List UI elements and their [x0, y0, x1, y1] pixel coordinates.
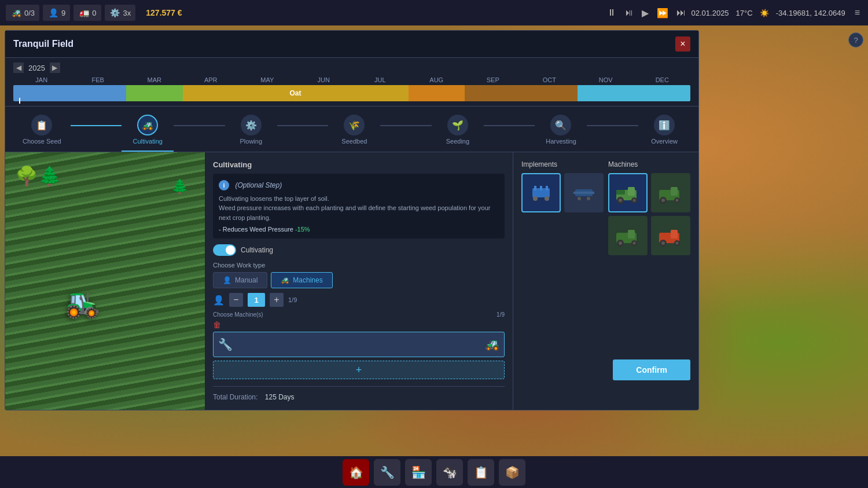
- cultivating-toggle[interactable]: [213, 244, 236, 256]
- workers-count: 9: [61, 9, 65, 17]
- implement-card-2[interactable]: [564, 173, 604, 212]
- total-duration-label: Total Duration:: [213, 393, 258, 401]
- svg-point-32: [661, 241, 665, 245]
- nav-fields-btn[interactable]: 📋: [468, 459, 494, 486]
- nav-more-btn[interactable]: 📦: [499, 459, 525, 486]
- delete-machine-btn[interactable]: 🗑: [213, 320, 505, 329]
- weed-reduction: - Reduces Weed Pressure -15%: [219, 226, 499, 233]
- machine-card-4[interactable]: [651, 216, 690, 255]
- tab-overview[interactable]: ℹ️ Overview: [638, 111, 690, 152]
- help-button[interactable]: ?: [848, 32, 863, 47]
- add-machine-button[interactable]: +: [213, 361, 505, 379]
- fastest-btn[interactable]: ⏭: [674, 6, 688, 19]
- close-button[interactable]: ×: [675, 36, 690, 52]
- line-6: [587, 125, 638, 126]
- weed-value: -15%: [295, 226, 310, 233]
- topbar: 🚜 0/3 👤 9 🚛 0 ⚙️ 3x 127.577 € ⏸ ⏯ ▶ ⏩ ⏭ …: [0, 0, 868, 25]
- svg-point-20: [661, 199, 665, 202]
- machines-btn[interactable]: 🚜 Machines: [271, 272, 332, 288]
- months-row: JAN FEB MAR APR MAY JUN JUL AUG SEP OCT …: [13, 76, 690, 85]
- implements-section: Implements: [521, 160, 600, 255]
- month-oct: OCT: [521, 76, 578, 85]
- trees-right: 🌲: [171, 178, 189, 195]
- next-year-btn[interactable]: ▶: [50, 63, 60, 73]
- month-sep: SEP: [465, 76, 521, 85]
- month-jan: JAN: [13, 76, 70, 85]
- nav-tools-btn[interactable]: 🔧: [374, 459, 400, 486]
- svg-point-34: [676, 242, 679, 245]
- machines-section: Machines: [608, 160, 690, 255]
- svg-point-22: [676, 199, 679, 202]
- machines-title: Machines: [608, 160, 690, 168]
- vehicle-icon: 🚛: [78, 7, 90, 19]
- nav-animals-btn[interactable]: 🐄: [436, 459, 463, 486]
- svg-rect-11: [628, 187, 635, 196]
- seedbed-icon: 🌾: [344, 115, 365, 135]
- svg-rect-3: [534, 186, 536, 190]
- prev-year-btn[interactable]: ◀: [13, 63, 24, 73]
- total-duration-value: 125 Days: [265, 393, 295, 401]
- svg-point-9: [587, 197, 590, 200]
- machine-card-2[interactable]: [651, 173, 690, 212]
- machine-count-section: 👤 − 1 + 1/9 Choose Machine(s) 1/9 🗑 🔧 🚜: [213, 293, 505, 379]
- workflow-tabs: 📋 Choose Seed 🚜 Cultivating ⚙️ Plowing 🌾…: [5, 107, 698, 152]
- tab-seedbed[interactable]: 🌾 Seedbed: [328, 111, 380, 152]
- tab-choose-seed[interactable]: 📋 Choose Seed: [13, 111, 71, 152]
- line-5: [484, 125, 535, 126]
- nav-home-btn[interactable]: 🏠: [343, 459, 369, 486]
- confirm-button[interactable]: Confirm: [613, 359, 690, 380]
- svg-rect-24: [628, 230, 635, 239]
- machine-card-1[interactable]: [608, 173, 648, 212]
- svg-rect-30: [671, 230, 678, 239]
- increase-machine-btn[interactable]: +: [270, 293, 284, 307]
- month-apr: APR: [183, 76, 240, 85]
- svg-rect-7: [573, 192, 594, 194]
- nav-market-btn[interactable]: 🏪: [405, 459, 432, 486]
- currency-display: 127.577 €: [139, 8, 189, 17]
- year-label: 2025: [28, 64, 45, 72]
- month-jul: JUL: [352, 76, 409, 85]
- connector-1: [71, 111, 122, 152]
- tab-plowing[interactable]: ⚙️ Plowing: [225, 111, 277, 152]
- faster-btn[interactable]: ⏩: [654, 6, 671, 20]
- overview-icon: ℹ️: [654, 115, 675, 135]
- temp-display: 17°C: [736, 9, 753, 17]
- calendar-section: ◀ 2025 ▶ JAN FEB MAR APR MAY JUN JUL AUG…: [5, 58, 698, 107]
- machines-icon2: 🚜: [281, 276, 289, 284]
- implements-grid: [521, 173, 600, 212]
- confirm-section: Confirm: [521, 255, 690, 380]
- oat-label: Oat: [289, 89, 301, 97]
- weather-icon: ☀️: [760, 9, 769, 17]
- pause-btn[interactable]: ⏸: [605, 6, 619, 19]
- machine-fraction: 1/9: [288, 296, 297, 303]
- info-description: Cultivating loosens the top layer of soi…: [219, 194, 499, 223]
- dialog-header: Tranquil Field ×: [5, 31, 698, 58]
- plowing-label: Plowing: [240, 138, 263, 145]
- harvesting-label: Harvesting: [546, 138, 576, 145]
- toggle-thumb: [226, 245, 235, 255]
- machine-card-3[interactable]: [608, 216, 648, 255]
- choose-seed-icon: 📋: [31, 115, 52, 135]
- menu-btn[interactable]: ≡: [852, 6, 862, 19]
- svg-rect-18: [671, 187, 678, 196]
- tab-seeding[interactable]: 🌱 Seeding: [432, 111, 484, 152]
- svg-point-13: [619, 199, 622, 202]
- play-btn[interactable]: ⏯: [622, 6, 636, 19]
- choose-machines-header: Choose Machine(s) 1/9: [213, 311, 505, 320]
- vehicles-count: 0: [92, 9, 96, 17]
- implements-title: Implements: [521, 160, 600, 168]
- fast-btn[interactable]: ▶: [639, 6, 651, 20]
- tab-harvesting[interactable]: 🔍 Harvesting: [535, 111, 587, 152]
- timeline-oat: Oat: [183, 85, 409, 101]
- decrease-machine-btn[interactable]: −: [229, 293, 243, 307]
- topbar-speed[interactable]: ⚙️ 3x: [105, 5, 136, 21]
- manual-btn[interactable]: 👤 Manual: [213, 272, 267, 288]
- machine-slot-1[interactable]: 🔧 🚜: [213, 332, 505, 357]
- choose-seed-label: Choose Seed: [23, 138, 61, 145]
- center-panel: Cultivating i (Optional Step) Cultivatin…: [205, 152, 513, 410]
- connector-6: [587, 111, 638, 152]
- tab-cultivating[interactable]: 🚜 Cultivating: [122, 111, 174, 152]
- line-3: [277, 125, 329, 126]
- plowing-icon: ⚙️: [241, 115, 262, 135]
- implement-card-1[interactable]: [521, 173, 561, 212]
